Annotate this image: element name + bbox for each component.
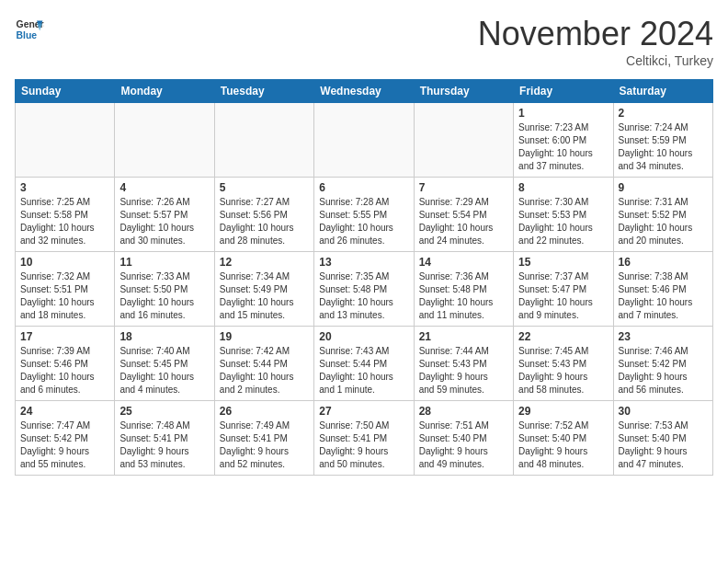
logo: General Blue [15,15,44,44]
day-info: Sunrise: 7:51 AM Sunset: 5:40 PM Dayligh… [419,419,508,471]
day-info: Sunrise: 7:39 AM Sunset: 5:46 PM Dayligh… [20,345,109,396]
calendar-cell: 13Sunrise: 7:35 AM Sunset: 5:48 PM Dayli… [314,252,414,327]
day-info: Sunrise: 7:29 AM Sunset: 5:54 PM Dayligh… [419,196,508,247]
day-number: 9 [619,181,708,194]
day-info: Sunrise: 7:44 AM Sunset: 5:43 PM Dayligh… [419,345,508,396]
day-info: Sunrise: 7:23 AM Sunset: 6:00 PM Dayligh… [518,121,608,173]
day-info: Sunrise: 7:33 AM Sunset: 5:50 PM Dayligh… [119,270,209,322]
weekday-header: Tuesday [214,80,313,103]
calendar-week-row: 10Sunrise: 7:32 AM Sunset: 5:51 PM Dayli… [16,252,713,327]
day-info: Sunrise: 7:45 AM Sunset: 5:43 PM Dayligh… [518,345,608,396]
weekday-header: Wednesday [314,80,414,103]
day-number: 13 [319,256,408,269]
calendar-cell [214,103,313,178]
day-info: Sunrise: 7:47 AM Sunset: 5:42 PM Dayligh… [20,419,109,471]
day-info: Sunrise: 7:27 AM Sunset: 5:56 PM Dayligh… [220,196,309,247]
calendar-cell [115,103,214,178]
weekday-header: Sunday [16,80,115,103]
calendar-cell: 1Sunrise: 7:23 AM Sunset: 6:00 PM Daylig… [514,103,613,178]
day-number: 21 [419,330,508,343]
calendar-cell: 16Sunrise: 7:38 AM Sunset: 5:46 PM Dayli… [613,252,712,327]
day-number: 30 [619,405,708,418]
day-info: Sunrise: 7:37 AM Sunset: 5:47 PM Dayligh… [518,270,608,322]
weekday-header: Thursday [414,80,513,103]
day-number: 14 [419,256,508,269]
calendar-cell: 15Sunrise: 7:37 AM Sunset: 5:47 PM Dayli… [514,252,613,327]
day-number: 17 [20,330,109,343]
calendar-cell: 25Sunrise: 7:48 AM Sunset: 5:41 PM Dayli… [115,401,214,476]
day-info: Sunrise: 7:28 AM Sunset: 5:55 PM Dayligh… [319,196,408,247]
day-number: 29 [518,405,608,418]
day-info: Sunrise: 7:32 AM Sunset: 5:51 PM Dayligh… [20,270,109,322]
calendar-cell: 20Sunrise: 7:43 AM Sunset: 5:44 PM Dayli… [314,327,414,401]
day-number: 7 [419,181,508,194]
calendar-cell: 26Sunrise: 7:49 AM Sunset: 5:41 PM Dayli… [214,401,313,476]
day-info: Sunrise: 7:34 AM Sunset: 5:49 PM Dayligh… [220,270,309,322]
day-info: Sunrise: 7:49 AM Sunset: 5:41 PM Dayligh… [220,419,309,471]
day-number: 25 [119,405,209,418]
day-info: Sunrise: 7:43 AM Sunset: 5:44 PM Dayligh… [319,345,408,396]
day-info: Sunrise: 7:26 AM Sunset: 5:57 PM Dayligh… [119,196,209,247]
calendar-week-row: 1Sunrise: 7:23 AM Sunset: 6:00 PM Daylig… [16,103,713,178]
header: General Blue November 2024 Celtikci, Tur… [15,15,713,68]
day-number: 15 [518,256,608,269]
day-number: 27 [319,405,408,418]
calendar-cell: 28Sunrise: 7:51 AM Sunset: 5:40 PM Dayli… [414,401,513,476]
day-info: Sunrise: 7:40 AM Sunset: 5:45 PM Dayligh… [119,345,209,396]
day-number: 8 [518,181,608,194]
day-number: 22 [518,330,608,343]
calendar-cell: 14Sunrise: 7:36 AM Sunset: 5:48 PM Dayli… [414,252,513,327]
day-info: Sunrise: 7:30 AM Sunset: 5:53 PM Dayligh… [518,196,608,247]
calendar-cell: 2Sunrise: 7:24 AM Sunset: 5:59 PM Daylig… [613,103,712,178]
day-number: 19 [220,330,309,343]
calendar-cell: 8Sunrise: 7:30 AM Sunset: 5:53 PM Daylig… [514,178,613,252]
day-number: 23 [619,330,708,343]
calendar-cell [414,103,513,178]
day-number: 12 [220,256,309,269]
calendar-cell: 24Sunrise: 7:47 AM Sunset: 5:42 PM Dayli… [16,401,115,476]
calendar-cell: 6Sunrise: 7:28 AM Sunset: 5:55 PM Daylig… [314,178,414,252]
weekday-header: Saturday [613,80,712,103]
calendar-cell: 22Sunrise: 7:45 AM Sunset: 5:43 PM Dayli… [514,327,613,401]
calendar-cell: 27Sunrise: 7:50 AM Sunset: 5:41 PM Dayli… [314,401,414,476]
day-number: 3 [20,181,109,194]
day-number: 11 [119,256,209,269]
day-info: Sunrise: 7:42 AM Sunset: 5:44 PM Dayligh… [220,345,309,396]
day-info: Sunrise: 7:52 AM Sunset: 5:40 PM Dayligh… [518,419,608,471]
calendar-table: SundayMondayTuesdayWednesdayThursdayFrid… [15,79,713,476]
day-info: Sunrise: 7:50 AM Sunset: 5:41 PM Dayligh… [319,419,408,471]
day-number: 18 [119,330,209,343]
day-info: Sunrise: 7:36 AM Sunset: 5:48 PM Dayligh… [419,270,508,322]
day-number: 6 [319,181,408,194]
weekday-header: Monday [115,80,214,103]
day-number: 28 [419,405,508,418]
calendar-cell: 7Sunrise: 7:29 AM Sunset: 5:54 PM Daylig… [414,178,513,252]
day-info: Sunrise: 7:35 AM Sunset: 5:48 PM Dayligh… [319,270,408,322]
calendar-cell: 3Sunrise: 7:25 AM Sunset: 5:58 PM Daylig… [16,178,115,252]
day-info: Sunrise: 7:25 AM Sunset: 5:58 PM Dayligh… [20,196,109,247]
day-number: 5 [220,181,309,194]
calendar-cell: 18Sunrise: 7:40 AM Sunset: 5:45 PM Dayli… [115,327,214,401]
calendar-cell: 10Sunrise: 7:32 AM Sunset: 5:51 PM Dayli… [16,252,115,327]
day-info: Sunrise: 7:38 AM Sunset: 5:46 PM Dayligh… [619,270,708,322]
day-number: 16 [619,256,708,269]
day-info: Sunrise: 7:53 AM Sunset: 5:40 PM Dayligh… [619,419,708,471]
calendar-cell: 23Sunrise: 7:46 AM Sunset: 5:42 PM Dayli… [613,327,712,401]
day-info: Sunrise: 7:31 AM Sunset: 5:52 PM Dayligh… [619,196,708,247]
day-number: 2 [619,107,708,120]
logo-icon: General Blue [15,15,44,44]
weekday-header: Friday [514,80,613,103]
calendar-cell: 21Sunrise: 7:44 AM Sunset: 5:43 PM Dayli… [414,327,513,401]
day-number: 20 [319,330,408,343]
day-number: 26 [220,405,309,418]
day-number: 4 [119,181,209,194]
calendar-cell: 30Sunrise: 7:53 AM Sunset: 5:40 PM Dayli… [613,401,712,476]
page: General Blue November 2024 Celtikci, Tur… [0,0,728,490]
day-number: 10 [20,256,109,269]
calendar-cell: 11Sunrise: 7:33 AM Sunset: 5:50 PM Dayli… [115,252,214,327]
calendar-cell: 4Sunrise: 7:26 AM Sunset: 5:57 PM Daylig… [115,178,214,252]
calendar-week-row: 17Sunrise: 7:39 AM Sunset: 5:46 PM Dayli… [16,327,713,401]
day-info: Sunrise: 7:46 AM Sunset: 5:42 PM Dayligh… [619,345,708,396]
calendar-week-row: 24Sunrise: 7:47 AM Sunset: 5:42 PM Dayli… [16,401,713,476]
calendar-cell: 19Sunrise: 7:42 AM Sunset: 5:44 PM Dayli… [214,327,313,401]
